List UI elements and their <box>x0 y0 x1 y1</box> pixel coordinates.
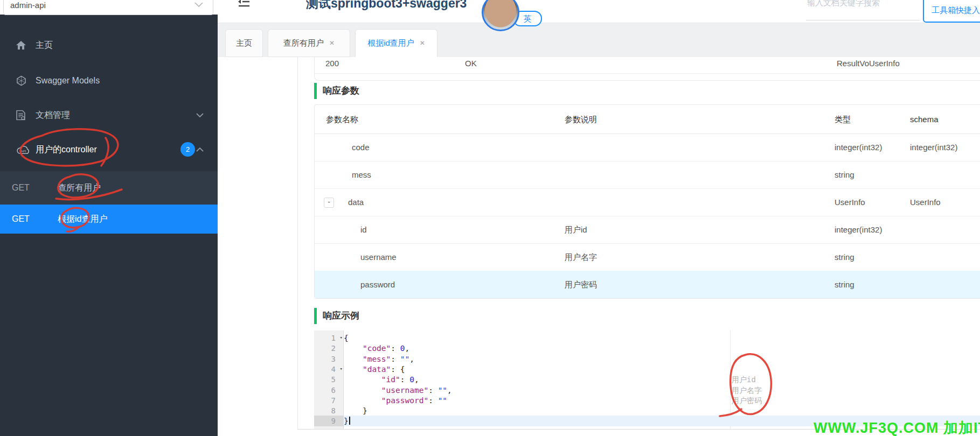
code-token <box>344 344 363 353</box>
watermark: WWW.JF3Q.COM 加加IT <box>814 418 980 436</box>
sidebar-item-label: 文档管理 <box>36 102 70 128</box>
toolbox-button[interactable]: 工具箱快捷入 <box>923 0 980 23</box>
param-name: id <box>360 216 367 243</box>
param-type: string <box>835 243 854 271</box>
tab-item[interactable]: 主页 <box>225 29 263 57</box>
svg-text:API: API <box>20 149 26 153</box>
param-name: password <box>360 271 395 298</box>
param-type: string <box>835 161 854 188</box>
chevron-down-icon <box>196 113 204 117</box>
api-group-select[interactable]: admin-api <box>3 0 213 15</box>
code-token: 0 <box>400 344 405 353</box>
gutter-line: 1▾ <box>314 333 343 343</box>
sidebar-item-home[interactable]: 主页 <box>0 32 218 58</box>
param-table-row: id用户idinteger(int32) <box>315 216 980 244</box>
sidebar-item-swagger-models[interactable]: Swagger Models <box>0 68 218 94</box>
code-token: : <box>428 396 437 405</box>
gutter-line: 2 <box>314 343 343 354</box>
param-description: 用户密码 <box>565 271 597 298</box>
field-description-hint: 用户密码 <box>732 395 762 406</box>
code-token: { <box>344 334 349 342</box>
sidebar-item-doc-manage[interactable]: 文档管理 <box>0 102 218 128</box>
response-example-editor[interactable]: 1▾234▾56789 { "code": 0, "mess": "", "da… <box>314 330 980 429</box>
code-token: : <box>391 344 400 353</box>
code-line: "data": { <box>344 364 980 375</box>
endpoint-row[interactable]: GET查所有用户 <box>0 171 218 205</box>
line-number: 9 <box>331 416 336 426</box>
api-group-select-value: admin-api <box>10 1 46 10</box>
field-description-hint: 用户名字 <box>732 385 762 396</box>
section-title: 响应示例 <box>323 310 359 322</box>
code-token: , <box>414 375 419 384</box>
column-header: 参数说明 <box>565 105 597 133</box>
endpoint-count-badge: 2 <box>180 142 195 157</box>
code-token: "mess" <box>363 355 391 363</box>
tab-active[interactable]: 根据id查用户✕ <box>355 29 437 57</box>
api-cloud-icon: API <box>16 145 31 155</box>
line-number: 2 <box>331 343 336 354</box>
code-token: "" <box>400 355 409 363</box>
code-token: "code" <box>363 344 391 353</box>
code-line: { <box>344 333 980 343</box>
page-title: 测试springboot3+swagger3 <box>306 0 467 12</box>
collapse-minus-button[interactable]: - <box>324 198 334 208</box>
line-number: 6 <box>331 385 336 396</box>
param-table-row: password用户密码string <box>315 271 980 298</box>
line-number: 4 <box>331 364 336 375</box>
code-token: "id" <box>381 375 400 384</box>
status-description: OK <box>465 57 477 73</box>
sidebar: 主页 Swagger Models 文档管理 API 用户的controller… <box>0 15 218 436</box>
code-line: "code": 0, <box>344 343 980 354</box>
code-token: , <box>405 344 410 353</box>
line-number: 5 <box>331 374 336 385</box>
line-number: 8 <box>331 405 336 416</box>
param-table-row: -dataUserInfoUserInfo <box>315 188 980 216</box>
tab-item[interactable]: 查所有用户✕ <box>268 29 350 57</box>
param-table-row: messstring <box>315 161 980 189</box>
home-icon <box>16 41 26 50</box>
code-token: "" <box>438 396 447 405</box>
status-schema: ResultVoUserInfo <box>837 57 900 73</box>
gutter-line: 3 <box>314 354 343 364</box>
models-icon <box>16 76 26 86</box>
chevron-down-icon <box>194 2 203 7</box>
param-description: 用户名字 <box>565 243 597 271</box>
code-token: "password" <box>381 396 428 405</box>
doc-search-placeholder: 输入文档关键字搜索 <box>807 0 880 8</box>
text-cursor <box>349 417 350 425</box>
column-header: schema <box>910 105 939 133</box>
code-line: "password": ""用户密码 <box>344 395 980 406</box>
endpoint-row[interactable]: GET根据id查用户 <box>0 205 218 234</box>
code-token: : <box>391 355 400 363</box>
status-code-table: 200 OK ResultVoUserInfo <box>314 57 980 81</box>
document-manage-icon <box>16 110 25 121</box>
table-header-row: 参数名称 参数说明 类型 schema <box>315 105 980 134</box>
code-token: : <box>400 375 409 384</box>
param-schema: UserInfo <box>910 188 941 216</box>
code-token <box>344 365 363 374</box>
editor-code-area[interactable]: { "code": 0, "mess": "", "data": { "id":… <box>344 330 980 429</box>
gutter-line: 7 <box>314 395 343 406</box>
fold-arrow-icon[interactable]: ▾ <box>340 366 343 371</box>
sidebar-item-label: 用户的controller <box>36 137 97 163</box>
code-token <box>344 386 381 395</box>
code-token: "data" <box>363 365 391 374</box>
code-line: "id": 0,用户id <box>344 374 980 385</box>
param-name: username <box>360 243 397 271</box>
tab-close-icon[interactable]: ✕ <box>420 39 425 47</box>
code-token: : <box>428 386 437 395</box>
field-description-hint: 用户id <box>732 374 756 385</box>
gutter-line: 5 <box>314 374 343 385</box>
tab-label: 主页 <box>236 38 252 48</box>
param-schema: integer(int32) <box>910 133 957 161</box>
param-name: code <box>352 133 370 161</box>
fold-arrow-icon[interactable]: ▾ <box>340 335 343 340</box>
column-header: 类型 <box>835 105 851 133</box>
group-select-strip: admin-api <box>0 0 218 15</box>
doc-search-input[interactable]: 输入文档关键字搜索 <box>806 0 920 20</box>
toolbox-button-label: 工具箱快捷入 <box>932 5 980 16</box>
param-name: mess <box>352 161 371 188</box>
param-type: integer(int32) <box>835 216 882 243</box>
tab-close-icon[interactable]: ✕ <box>329 39 335 47</box>
menu-fold-icon[interactable] <box>237 0 251 9</box>
